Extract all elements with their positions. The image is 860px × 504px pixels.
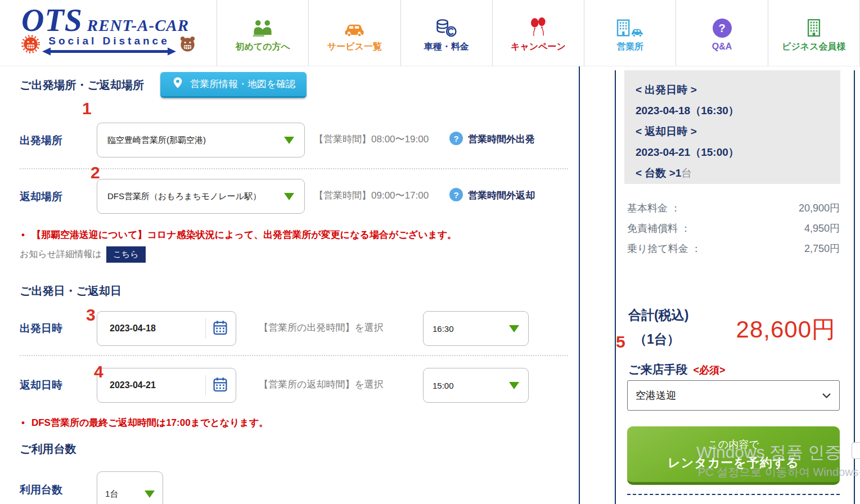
departure-date-value: 2023-04-18	[110, 323, 156, 334]
after-hours-departure-text: 営業時間外出発	[468, 133, 535, 146]
separator	[20, 355, 568, 356]
annotation-number-4: 4	[94, 363, 103, 380]
help-icon[interactable]: ?	[449, 132, 463, 145]
return-time-value: 15:00	[433, 381, 454, 390]
price-label: 基本料金 ：	[627, 201, 681, 215]
balloons-icon	[528, 16, 548, 37]
return-date-value: 2023-04-21	[110, 380, 156, 390]
people-icon	[250, 16, 275, 37]
departure-date-input[interactable]: 2023-04-18	[97, 311, 236, 346]
nav-item-offices[interactable]: 営業所	[584, 0, 676, 66]
count-label: 利用台数	[20, 483, 62, 497]
chevron-down-icon	[822, 393, 831, 399]
dropdown-arrow-icon	[145, 490, 155, 498]
nav-label: 初めての方へ	[235, 41, 290, 53]
calendar-icon[interactable]	[213, 377, 228, 394]
required-badge: <必須>	[694, 363, 726, 377]
count-value: 1台	[105, 489, 118, 500]
separator	[20, 168, 568, 169]
return-date-input[interactable]: 2023-04-21	[97, 368, 236, 403]
dropdown-arrow-icon	[284, 193, 294, 200]
airport-shuttle-warning: •【那覇空港送迎について】コロナ感染状況によって、出発営業所が変更になる場合がご…	[21, 228, 457, 241]
nav-label: 車種・料金	[424, 41, 469, 53]
price-value: 20,900円	[799, 201, 840, 215]
nav-label: キャンペーン	[511, 41, 566, 53]
mascot-left-icon	[21, 35, 40, 56]
help-icon[interactable]: ?	[449, 188, 463, 201]
total-label: 合計(税込)	[628, 307, 688, 324]
logo-rentacar-text: RENT-A-CAR	[87, 16, 189, 34]
summary-box: < 出発日時 > 2023-04-18（16:30） < 返却日時 > 2023…	[624, 70, 840, 184]
nav-item-first-time[interactable]: 初めての方へ	[217, 0, 308, 66]
dropdown-arrow-icon	[509, 382, 519, 389]
nav-item-cars-rates[interactable]: 車種・料金	[400, 0, 492, 66]
departure-time-hint: 【営業所の出発時間】を選択	[259, 321, 384, 334]
nav-label: サービス一覧	[327, 41, 382, 53]
dropdown-arrow-icon	[284, 137, 294, 144]
dropdown-arrow-icon	[509, 325, 519, 332]
count-select[interactable]: 1台	[97, 471, 163, 504]
nav-label: ビジネス会員様	[782, 41, 846, 53]
visit-method-value: 空港送迎	[636, 389, 676, 402]
question-circle-icon: ?	[713, 16, 732, 38]
summary-departure-value: 2023-04-18（16:30）	[636, 100, 840, 121]
reserve-button[interactable]: この内容で レンタカーを予約する	[627, 426, 840, 485]
section-title-places: ご出発場所・ご返却場所	[20, 78, 144, 93]
departure-place-select[interactable]: 臨空豊崎営業所(那覇空港)	[97, 123, 305, 158]
section-title-dates: ご出発日・ご返却日	[20, 284, 121, 299]
office-building-car-icon	[616, 16, 644, 37]
departure-place-label: 出発場所	[20, 133, 62, 148]
return-time-select[interactable]: 15:00	[423, 368, 529, 403]
nav-item-campaign[interactable]: キャンペーン	[492, 0, 584, 66]
departure-datetime-label: 出発日時	[20, 321, 62, 336]
nav-item-services[interactable]: サービス一覧	[308, 0, 400, 66]
nav-label: 営業所	[616, 41, 643, 53]
coins-icon	[435, 16, 458, 37]
return-time-warning: •DFS営業所の最終ご返却時間は17:00までとなります。	[21, 416, 268, 429]
departure-time-select[interactable]: 16:30	[423, 311, 529, 346]
departure-hours-text: 【営業時間】08:00〜19:00	[314, 133, 429, 146]
car-icon	[342, 16, 367, 37]
summary-departure-label: < 出発日時 >	[636, 79, 840, 100]
departure-time-value: 16:30	[433, 324, 454, 334]
reserve-button-line1: この内容で	[708, 438, 759, 451]
departure-place-value: 臨空豊崎営業所(那覇空港)	[107, 135, 206, 146]
price-row-basic: 基本料金 ： 20,900円	[627, 201, 840, 215]
price-label: 免責補償料 ：	[627, 222, 691, 235]
divider	[205, 375, 206, 395]
nav-label: Q&A	[712, 42, 732, 52]
ots-logo[interactable]: OTSRENT-A-CAR Social Distance	[21, 2, 213, 58]
annotation-number-1: 1	[82, 100, 92, 117]
site-header: OTSRENT-A-CAR Social Distance	[0, 0, 860, 66]
edge-widget	[852, 442, 860, 459]
notice-detail-link[interactable]: こちら	[106, 246, 146, 263]
price-value: 4,950円	[804, 222, 840, 235]
after-hours-return-text: 営業時間外返却	[468, 189, 535, 202]
office-map-button[interactable]: 営業所情報・地図を確認	[160, 72, 307, 98]
price-value: 2,750円	[804, 242, 840, 255]
nav-item-business[interactable]: ビジネス会員様	[768, 0, 860, 66]
annotation-number-5: 5	[616, 334, 625, 350]
visit-method-select[interactable]: 空港送迎	[627, 380, 840, 411]
logo-wordmark: OTSRENT-A-CAR	[21, 2, 213, 38]
notice-info-line: お知らせ詳細情報は こちら	[20, 246, 146, 263]
total-amount: 28,600円	[736, 314, 836, 345]
nav-item-qa[interactable]: ? Q&A	[676, 0, 767, 66]
mascot-right-icon	[178, 35, 197, 56]
divider	[205, 318, 206, 339]
summary-return-value: 2023-04-21（15:00）	[636, 142, 840, 163]
summary-return-label: < 返却日時 >	[636, 121, 840, 142]
calendar-icon[interactable]	[213, 320, 228, 338]
return-datetime-label: 返却日時	[20, 378, 62, 393]
return-time-hint: 【営業所の返却時間】を選択	[259, 378, 384, 391]
main-nav: 初めての方へ サービス一覧	[217, 0, 860, 66]
return-place-select[interactable]: DFS営業所（おもろまちモノレール駅）	[97, 179, 305, 214]
price-row-dropoff: 乗り捨て料金 ： 2,750円	[627, 242, 840, 255]
visit-method-label: ご来店手段	[628, 362, 688, 377]
annotation-number-3: 3	[86, 307, 96, 323]
section-title-count: ご利用台数	[20, 442, 76, 457]
social-distance-text: Social Distance	[48, 35, 169, 47]
annotation-number-2: 2	[91, 164, 100, 181]
business-building-icon	[804, 16, 824, 37]
return-place-label: 返却場所	[20, 190, 62, 204]
